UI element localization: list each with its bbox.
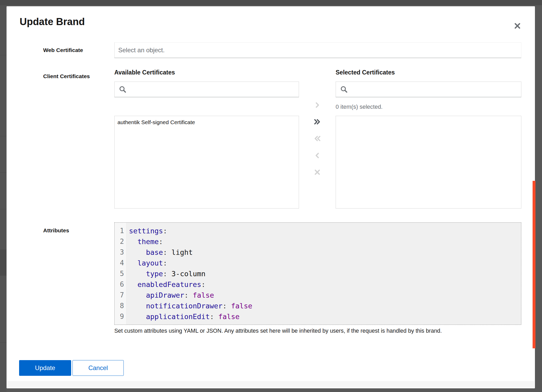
sidebar-row-divider [0,209,7,209]
accent-bar [533,181,535,348]
line-number: 9 [115,311,124,322]
line-number: 4 [115,258,124,268]
angle-right-icon [314,102,321,108]
code-line: settings: [129,226,521,236]
transfer-controls [311,99,324,183]
available-search-input[interactable] [130,82,299,97]
angle-double-left-icon [313,135,321,142]
list-item[interactable]: authentik Self-signed Certificate [115,116,299,129]
angle-double-right-icon [313,118,321,126]
selected-search[interactable] [336,82,521,97]
add-all-button[interactable] [311,116,324,128]
available-certificates-list: authentik Self-signed Certificate [114,116,299,209]
times-icon [314,169,321,176]
line-number: 1 [115,226,124,236]
horizontal-scrollbar[interactable] [7,381,534,388]
sidebar-active-row [0,250,7,276]
background-sidebar-edge [0,5,7,392]
editor-gutter: 1 2 3 4 5 6 7 8 9 [115,223,127,325]
web-certificate-placeholder: Select an object. [118,47,165,54]
selected-certificates-list [336,116,521,209]
client-certificates-label: Client Certificates [43,73,90,79]
sidebar-row-divider [0,342,7,343]
web-certificate-label: Web Certificate [43,42,83,58]
code-line: apiDrawer: false [129,290,521,301]
selected-certificates-title: Selected Certificates [336,69,395,76]
selected-search-input[interactable] [351,82,521,97]
code-line: applicationEdit: false [129,311,521,322]
update-button[interactable]: Update [19,360,71,376]
available-certificates-title: Available Certificates [114,69,175,76]
line-number: 2 [115,236,124,247]
code-line: layout: [129,258,521,268]
code-line: base: light [129,247,521,258]
search-icon [119,85,127,93]
code-line: notificationDrawer: false [129,301,521,311]
line-number: 8 [115,301,124,311]
update-brand-modal: Update Brand Web Certificate Select an o… [7,6,535,388]
line-number: 6 [115,279,124,290]
close-icon [514,22,521,30]
clear-selection-button[interactable] [311,166,324,178]
sidebar-row-divider [0,55,7,55]
web-certificate-select[interactable]: Select an object. [114,42,521,58]
attributes-help-text: Set custom attributes using YAML or JSON… [114,328,522,334]
code-line: type: 3-column [129,268,521,279]
add-selected-button[interactable] [311,99,324,111]
line-number: 3 [115,247,124,258]
code-line: theme: [129,236,521,247]
angle-left-icon [314,152,321,159]
sidebar-row-divider [0,136,7,136]
selected-count-status: 0 item(s) selected. [336,103,383,110]
remove-all-button[interactable] [311,132,324,145]
line-number: 5 [115,268,124,279]
attributes-label: Attributes [43,227,69,234]
sidebar-row-divider [0,172,7,173]
editor-code: settings: theme: base: light layout: typ… [127,223,521,325]
cancel-button[interactable]: Cancel [72,360,124,376]
close-button[interactable] [512,20,523,32]
remove-selected-button[interactable] [311,149,324,162]
modal-title: Update Brand [20,16,85,27]
line-number: 7 [115,290,124,301]
search-icon [340,85,348,93]
available-search[interactable] [114,82,299,97]
background-top-bar [0,0,542,5]
code-line: enabledFeatures: [129,279,521,290]
attributes-code-editor[interactable]: 1 2 3 4 5 6 7 8 9 settings: theme: base:… [114,222,521,325]
